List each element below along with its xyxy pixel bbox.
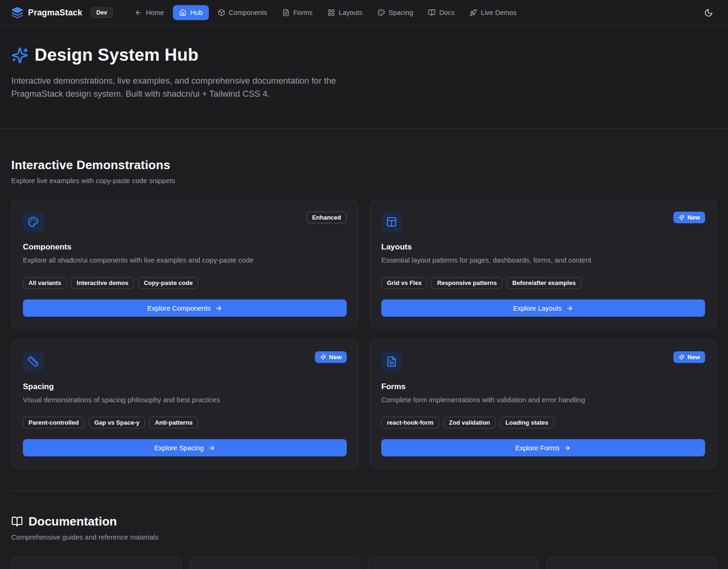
demo-card-components: Enhanced Components Explore all shadcn/u… [11,200,358,328]
arrow-right-icon [564,444,571,452]
layers-icon [11,7,23,19]
feature-tag: Copy-paste code [138,277,199,289]
card-description: Explore all shadcn/ui components with li… [23,256,347,264]
file-text-icon [381,351,402,372]
hero-section: Design System Hub Interactive demonstrat… [0,26,728,129]
cta-label: Explore Layouts [513,305,562,312]
sparkle-icon [320,354,326,360]
file-text-icon [282,9,290,16]
status-badge: New [673,212,705,223]
brand-name: PragmaStack [28,8,82,18]
nav-item-layouts[interactable]: Layouts [321,5,369,20]
nav-item-home[interactable]: Home [128,5,170,20]
feature-tag: Responsive patterns [431,277,502,289]
tag-row: All variants Interactive demos Copy-past… [23,277,347,289]
page-subtitle: Interactive demonstrations, live example… [11,74,358,100]
explore-spacing-button[interactable]: Explore Spacing [23,439,347,456]
feature-tag: Anti-patterns [149,417,198,428]
nav-item-live-demos[interactable]: Live Demos [464,5,523,20]
brand[interactable]: PragmaStack Dev [11,7,113,19]
home-icon [179,9,186,16]
badge-label: New [329,354,342,361]
arrow-right-icon [215,305,222,312]
docs-grid: Quick Start 5-minute crash course Comple… [11,556,717,569]
sparkles-icon [11,47,29,64]
docs-section: Documentation Comprehensive guides and r… [11,491,717,569]
status-badge: New [673,351,705,363]
nav-label: Spacing [389,9,413,16]
env-badge: Dev [91,7,113,18]
feature-tag: Interactive demos [71,277,134,289]
panel-top-icon [381,212,402,232]
nav-label: Docs [439,9,455,16]
status-badge: New [315,351,347,363]
cta-label: Explore Spacing [154,444,204,452]
sparkle-icon [678,214,685,220]
tag-row: Parent-controlled Gap vs Space-y Anti-pa… [23,417,347,428]
demos-section: Interactive Demonstrations Explore live … [11,129,717,468]
feature-tag: Gap vs Space-y [89,417,145,428]
nav-label: Home [146,9,164,16]
moon-icon [704,8,713,17]
book-open-icon [428,9,435,16]
book-open-icon [11,516,23,527]
card-description: Essential layout patterns for pages, das… [381,256,705,264]
feature-tag: All variants [23,277,67,289]
tag-row: react-hook-form Zod validation Loading s… [381,417,705,428]
demo-card-spacing: New Spacing Visual demonstrations of spa… [11,340,358,468]
top-navbar: PragmaStack Dev Home Hub Components Fo [0,0,728,26]
palette-icon [23,212,43,232]
box-icon [218,9,225,16]
palette-icon [378,9,385,16]
card-description: Visual demonstrations of spacing philoso… [23,396,347,404]
demos-grid: Enhanced Components Explore all shadcn/u… [11,200,717,468]
badge-label: New [687,214,700,221]
layout-grid-icon [328,9,335,16]
feature-tag: Grid vs Flex [381,277,427,289]
cta-label: Explore Forms [515,444,559,452]
explore-components-button[interactable]: Explore Components [23,299,347,317]
main-nav: Home Hub Components Forms Layouts [128,5,522,20]
nav-label: Live Demos [481,9,517,16]
demos-section-subtitle: Explore live examples with copy-paste co… [11,177,717,185]
nav-label: Hub [190,9,203,16]
nav-item-docs[interactable]: Docs [422,5,461,20]
doc-card-quick-reference[interactable]: Quick Reference Cheat sheet for lookups [546,556,717,569]
nav-label: Layouts [339,9,363,16]
feature-tag: react-hook-form [381,417,439,428]
arrow-left-icon [135,9,142,16]
theme-toggle-button[interactable] [700,4,717,21]
main-content: Interactive Demonstrations Explore live … [0,129,728,569]
demos-section-title: Interactive Demonstrations [11,158,717,172]
page-title: Design System Hub [35,45,199,65]
card-title: Layouts [381,242,705,252]
nav-item-hub[interactable]: Hub [173,5,209,20]
explore-forms-button[interactable]: Explore Forms [381,439,705,456]
feature-tag: Loading states [500,417,554,428]
nav-item-components[interactable]: Components [212,5,273,20]
feature-tag: Before/after examples [507,277,581,289]
docs-section-title: Documentation [29,514,117,529]
nav-label: Forms [293,9,313,16]
badge-label: New [687,354,700,361]
card-title: Forms [381,382,705,391]
cta-label: Explore Components [147,305,210,312]
rocket-icon [470,9,477,16]
card-title: Spacing [23,382,347,391]
tag-row: Grid vs Flex Responsive patterns Before/… [381,277,705,289]
arrow-right-icon [208,444,215,452]
explore-layouts-button[interactable]: Explore Layouts [381,299,705,317]
nav-item-spacing[interactable]: Spacing [371,5,419,20]
demo-card-forms: New Forms Complete form implementations … [370,340,717,468]
nav-label: Components [229,9,267,16]
card-description: Complete form implementations with valid… [381,396,705,404]
doc-card-complete-documentation[interactable]: Complete Documentation Full design syste… [190,556,360,569]
demo-card-layouts: New Layouts Essential layout patterns fo… [370,200,717,328]
sparkle-icon [678,354,685,360]
card-title: Components [23,242,347,252]
nav-item-forms[interactable]: Forms [276,5,319,20]
status-badge: Enhanced [307,212,347,223]
arrow-right-icon [566,305,573,312]
doc-card-ai-guidelines[interactable]: AI Guidelines Rules for AI code generati… [368,556,539,569]
doc-card-quick-start[interactable]: Quick Start 5-minute crash course [11,556,182,569]
